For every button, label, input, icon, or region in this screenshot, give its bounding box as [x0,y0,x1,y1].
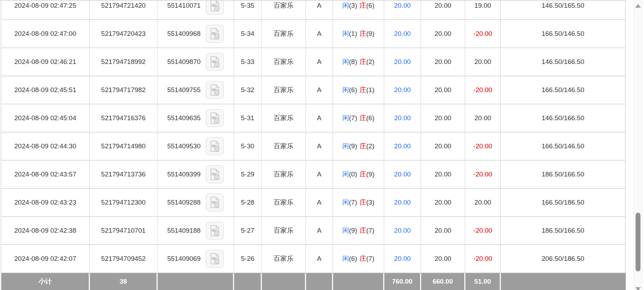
video-replay-button[interactable] [206,250,224,268]
valid-amount-cell: 20.00 [421,245,465,272]
banker-points: (6) [366,114,374,122]
banker-label: 庄 [360,254,366,263]
table-code-cell: A [306,217,333,244]
subtotal-bet-total: 760.00 [384,273,421,290]
bet-amount-cell: 20.00 [384,48,421,76]
video-replay-button[interactable] [206,109,224,127]
video-replay-button[interactable] [206,25,224,43]
round-number-cell: 5-29 [234,161,262,188]
round-number-cell: 5-33 [234,48,262,76]
win-loss-cell: -20.00 [465,133,501,160]
video-replay-button[interactable] [206,0,224,15]
player-points: (0) [349,170,357,178]
bet-time-cell: 2024-08-09 02:44:30 [1,133,90,160]
player-points: (6) [349,255,357,263]
balance-cell: 166.50/146.50 [501,76,626,104]
game-result-cell: 闲(7)庄(6) [333,104,384,132]
bet-id-cell: 521794721420 [90,0,158,19]
player-label: 闲 [342,114,349,123]
subtotal-empty-cell [501,273,626,290]
bet-id-cell: 521794713736 [90,161,158,188]
bet-amount-cell: 20.00 [384,76,421,104]
scroll-up-arrow-icon[interactable] [635,4,641,8]
table-top-border [0,0,626,1]
player-label: 闲 [342,226,349,235]
balance-cell: 146.50/165.50 [501,0,626,19]
video-replay-button[interactable] [206,221,224,240]
valid-amount-cell: 20.00 [421,189,465,216]
round-id: 551409530 [167,142,200,150]
player-label: 闲 [342,254,349,263]
round-id-cell: 551409870 [158,48,234,76]
video-replay-button[interactable] [206,165,224,183]
subtotal-empty-cell [158,273,234,290]
scrollbar-thumb[interactable] [636,213,640,271]
game-result-cell: 闲(9)庄(7) [333,217,384,244]
video-replay-button[interactable] [206,193,224,212]
bet-id-cell: 521794718992 [90,48,158,76]
win-loss-cell: -20.00 [465,217,501,244]
win-loss-cell: 19.00 [465,0,501,19]
game-result-cell: 闲(1)庄(9) [333,20,384,47]
banker-label: 庄 [360,198,366,207]
banker-label: 庄 [360,85,366,95]
game-type-cell: 百家乐 [262,104,306,132]
balance-cell: 166.50/146.50 [501,133,626,160]
round-id: 551409288 [167,199,200,206]
player-points: (1) [349,30,357,38]
bet-time-cell: 2024-08-09 02:42:38 [1,217,90,244]
table-row: 2024-08-09 02:43:23 521794712300 5514092… [1,189,626,217]
balance-cell: 186.50/166.50 [501,217,626,244]
round-id: 551409635 [167,114,200,122]
round-id-cell: 551409188 [158,217,234,244]
table-row: 2024-08-09 02:45:04 521794716376 5514096… [1,104,626,133]
table-code-cell: A [306,0,333,19]
bet-amount-cell: 20.00 [384,161,421,188]
table-row: 2024-08-09 02:43:57 521794713736 5514093… [1,161,626,189]
vertical-scrollbar[interactable] [634,0,642,290]
game-type-cell: 百家乐 [262,245,306,272]
game-result-cell: 闲(0)庄(9) [333,161,384,188]
game-type-cell: 百家乐 [262,0,306,19]
table-code-cell: A [306,189,333,216]
round-id-cell: 551409755 [158,76,234,104]
subtotal-empty-cell [306,273,333,290]
video-replay-icon [206,137,224,155]
game-result-cell: 闲(6)庄(7) [333,245,384,272]
bet-amount-cell: 20.00 [384,104,421,132]
bet-id-cell: 521794712300 [90,189,158,216]
win-loss-cell: -20.00 [465,20,501,47]
video-replay-button[interactable] [206,81,224,99]
valid-amount-cell: 20.00 [421,48,465,76]
table-row: 2024-08-09 02:42:07 521794709452 5514090… [1,245,626,273]
bet-amount-cell: 20.00 [384,217,421,244]
video-replay-icon [206,165,224,183]
bet-time-cell: 2024-08-09 02:47:00 [1,20,90,47]
subtotal-winloss-total: 51.00 [465,273,501,290]
win-loss-cell: -20.00 [465,245,501,272]
video-replay-icon [206,25,224,43]
video-replay-button[interactable] [206,53,224,71]
banker-points: (7) [366,227,374,234]
bet-time-cell: 2024-08-09 02:42:07 [1,245,90,272]
round-id-cell: 551410071 [158,0,234,19]
banker-label: 庄 [360,142,366,151]
video-replay-button[interactable] [206,137,224,155]
win-loss-cell: 20.00 [465,104,501,132]
game-type-cell: 百家乐 [262,161,306,188]
scroll-down-arrow-icon[interactable] [635,287,641,290]
valid-amount-cell: 20.00 [421,0,465,19]
player-label: 闲 [342,85,349,95]
player-label: 闲 [342,1,349,10]
game-type-cell: 百家乐 [262,217,306,244]
banker-label: 庄 [360,29,366,38]
bet-amount-cell: 20.00 [384,245,421,272]
subtotal-row: 小计 38 760.00 660.00 51.00 [1,273,626,290]
round-id: 551409755 [167,86,200,94]
bet-amount-cell: 20.00 [384,0,421,19]
game-result-cell: 闲(3)庄(6) [333,0,384,19]
win-loss-cell: -20.00 [465,76,501,104]
win-loss-cell: -20.00 [465,161,501,188]
player-points: (9) [349,227,357,234]
bet-id-cell: 521794710701 [90,217,158,244]
